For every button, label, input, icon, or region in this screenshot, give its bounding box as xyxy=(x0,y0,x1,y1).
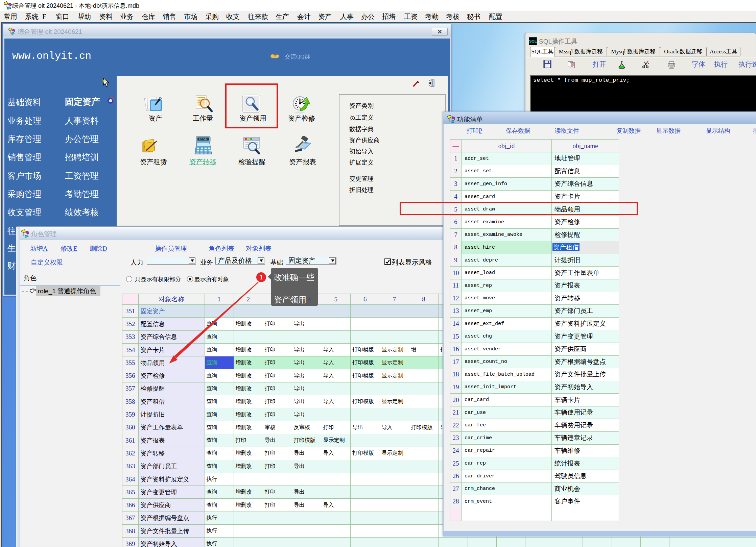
svg-text:12356: 12356 xyxy=(198,138,207,141)
svg-text:SQL: SQL xyxy=(529,39,537,43)
